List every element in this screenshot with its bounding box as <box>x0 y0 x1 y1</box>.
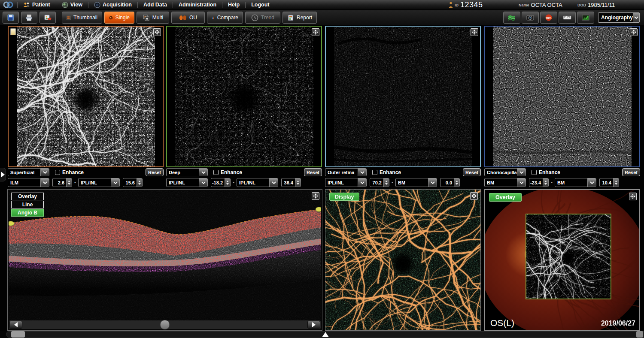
tab-report[interactable]: Report <box>283 12 317 24</box>
scrollbar-thumb[interactable] <box>160 320 170 329</box>
expand-icon[interactable] <box>153 28 161 36</box>
slab-select[interactable]: Deep <box>166 168 208 176</box>
export-button[interactable] <box>39 12 56 24</box>
to-offset-spinner[interactable]: 10.4 <box>599 178 619 187</box>
to-offset-spinner[interactable]: 15.6 <box>123 178 143 187</box>
menu-acquisition[interactable]: Acquisition <box>88 0 137 9</box>
annotate-button[interactable] <box>577 12 594 24</box>
slab-select[interactable]: Choriocapillaris <box>484 168 526 176</box>
menu-patient[interactable]: Patient <box>18 0 56 9</box>
reset-button[interactable]: Reset <box>463 168 481 176</box>
app-logo-icon <box>0 0 17 9</box>
reference-button[interactable]: Ref. <box>540 12 557 24</box>
expand-icon[interactable] <box>629 193 637 200</box>
reference-icon: Ref. <box>545 14 553 21</box>
angiogram-panel-outer-retina[interactable] <box>325 26 481 167</box>
camera-button[interactable] <box>522 12 539 24</box>
slab-select[interactable]: Superficial <box>8 168 49 176</box>
to-layer-select[interactable]: BM <box>555 178 596 187</box>
from-layer-select[interactable]: BM <box>484 178 526 187</box>
tab-multi[interactable]: Multi <box>137 12 169 24</box>
enface-panel[interactable]: Display <box>325 189 481 331</box>
enhance-checkbox[interactable]: Enhance <box>532 169 560 175</box>
scroll-right-button[interactable] <box>307 321 320 329</box>
display-button[interactable]: Display <box>329 193 359 201</box>
scrollbar-right-cap[interactable] <box>636 331 643 338</box>
angio-b-button[interactable]: Angio B <box>11 209 44 217</box>
tab-thumbnail[interactable]: Thumbnail <box>62 12 102 24</box>
mode-select[interactable]: Angiography <box>598 12 640 23</box>
angiogram-panel-deep[interactable] <box>166 26 322 167</box>
bottom-scrollbar[interactable] <box>0 331 644 338</box>
controls-superficial: Superficial Enhance Reset ILM 2.6 - IPL/… <box>8 168 164 188</box>
scroll-left-button[interactable] <box>9 321 22 329</box>
chevron-down-icon <box>633 13 639 22</box>
tab-compare[interactable]: Compare <box>207 12 243 24</box>
expand-icon[interactable] <box>312 28 319 36</box>
enhance-checkbox[interactable]: Enhance <box>372 169 401 175</box>
reset-button[interactable]: Reset <box>622 168 640 176</box>
from-offset-spinner[interactable]: -23.4 <box>529 178 549 187</box>
slab-select[interactable]: Outer retina <box>325 168 367 176</box>
octa-viewer: Patient View Acquisition Add Data Admini… <box>0 0 644 338</box>
expand-icon[interactable] <box>312 192 319 200</box>
overlay-button[interactable]: Overlay <box>11 193 44 200</box>
export-icon <box>44 14 52 21</box>
expand-icon[interactable] <box>470 192 478 200</box>
to-layer-select[interactable]: BM <box>395 178 437 187</box>
tab-single[interactable]: Single <box>104 12 134 24</box>
reset-button[interactable]: Reset <box>304 168 322 176</box>
ruler-button[interactable] <box>559 12 576 24</box>
scrollbar-thumb[interactable] <box>11 331 25 338</box>
save-button[interactable] <box>3 12 19 24</box>
name-label: Name <box>519 3 529 7</box>
from-layer-select[interactable]: IPL/INL <box>166 178 208 187</box>
from-offset-spinner[interactable]: 70.2 <box>370 178 389 187</box>
line-button[interactable]: Line <box>11 201 44 208</box>
chevron-down-icon <box>517 169 526 176</box>
multi-icon <box>143 14 150 21</box>
fundus-panel[interactable]: Overlay OS(L) 2019/06/27 <box>484 189 640 331</box>
from-layer-select[interactable]: ILM <box>8 178 49 187</box>
bscan-scrollbar[interactable] <box>9 320 321 329</box>
layers-icon <box>507 14 516 21</box>
menu-add-data[interactable]: Add Data <box>138 0 173 9</box>
menu-logout[interactable]: Logout <box>246 0 275 9</box>
menu-help[interactable]: Help <box>222 0 245 9</box>
from-layer-select[interactable]: IPL/INL <box>325 178 367 187</box>
menu-view[interactable]: View <box>56 0 88 9</box>
enhance-checkbox[interactable]: Enhance <box>213 169 242 175</box>
fundus-overlay-button[interactable]: Overlay <box>489 193 522 202</box>
expand-up-icon[interactable] <box>322 332 329 337</box>
bscan-panel[interactable]: Overlay Line Angio B <box>7 189 322 331</box>
from-offset-spinner[interactable]: -18.2 <box>211 178 231 187</box>
angiogram-panel-superficial[interactable] <box>8 26 164 167</box>
expand-icon[interactable] <box>630 28 638 36</box>
expand-icon[interactable] <box>471 28 478 36</box>
tab-trend[interactable]: Trend <box>245 12 280 24</box>
from-offset-spinner[interactable]: 2.6 <box>52 178 72 187</box>
chevron-down-icon <box>358 169 366 176</box>
compare-icon <box>212 14 215 21</box>
save-icon <box>7 14 15 21</box>
patient-dob: 1985/11/11 <box>588 2 615 8</box>
print-button[interactable] <box>21 12 37 24</box>
angio-inset[interactable] <box>526 214 611 299</box>
left-flyout-tab[interactable] <box>0 168 6 181</box>
angiogram-panel-choriocapillaris[interactable] <box>484 26 640 167</box>
patient-name-group: Name OCTA OCTA <box>519 0 562 10</box>
to-offset-spinner[interactable]: 36.4 <box>281 178 301 187</box>
note-icon[interactable] <box>10 28 16 35</box>
menu-administration[interactable]: Administration <box>173 0 222 9</box>
reset-button[interactable]: Reset <box>146 168 164 176</box>
layers-button[interactable] <box>503 12 520 24</box>
to-offset-spinner[interactable]: 0.0 <box>440 178 460 187</box>
to-layer-select[interactable]: IPL/INL <box>237 178 278 187</box>
svg-text:Ref.: Ref. <box>546 16 551 19</box>
controls-choriocapillaris: Choriocapillaris Enhance Reset BM -23.4 … <box>484 168 640 188</box>
tab-ou[interactable]: OU <box>171 12 205 24</box>
print-icon <box>25 14 33 21</box>
to-layer-select[interactable]: IPL/INL <box>78 178 120 187</box>
enhance-checkbox[interactable]: Enhance <box>55 169 84 175</box>
patient-name: OCTA OCTA <box>531 2 562 8</box>
